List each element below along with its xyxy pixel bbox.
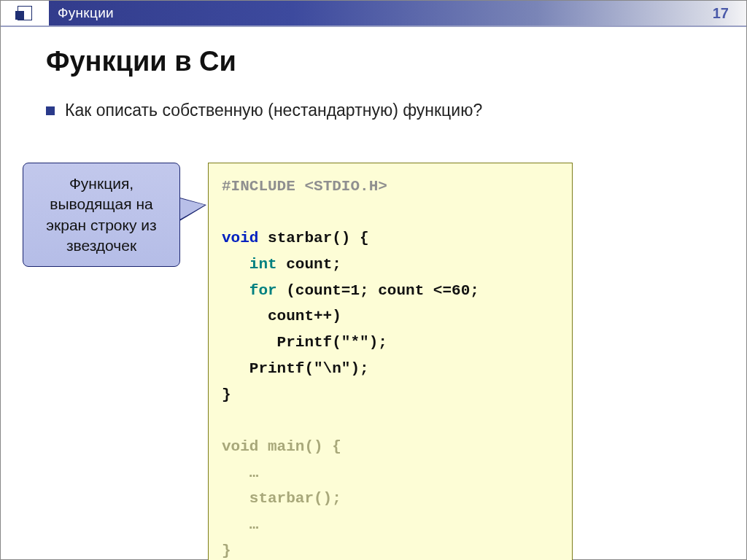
slide-header: Функции — [1, 1, 746, 26]
code-line: #INCLUDE <STDIO.H> — [222, 174, 559, 200]
slide-body: Функции в Си Как описать собственную (не… — [1, 27, 746, 120]
code-line: starbar(); — [222, 486, 559, 512]
code-line: … — [222, 460, 559, 486]
bullet-icon — [46, 106, 55, 115]
callout-text: Функция, выводящая на экран строку из зв… — [46, 175, 156, 254]
section-title: Функции — [49, 1, 746, 26]
code-line: count++) — [222, 303, 559, 330]
code-line: for (count=1; count <=60; — [222, 278, 559, 304]
code-line: } — [222, 382, 559, 408]
slide: Функции 17 Функции в Си Как описать собс… — [0, 0, 747, 560]
code-line: … — [222, 512, 559, 538]
code-line: void starbar() { — [222, 225, 559, 252]
logo-mark — [1, 1, 49, 26]
code-line — [222, 408, 559, 434]
code-line: int count; — [222, 252, 559, 278]
code-block: #INCLUDE <STDIO.H> void starbar() { int … — [208, 163, 573, 560]
callout-bubble: Функция, выводящая на экран строку из зв… — [23, 163, 180, 267]
code-line: Printf("*"); — [222, 330, 559, 356]
slide-title: Функции в Си — [46, 46, 711, 77]
code-line: void main() { — [222, 434, 559, 460]
bullet-text: Как описать собственную (нестандартную) … — [65, 101, 482, 120]
code-line — [222, 200, 559, 226]
code-line: Printf("\n"); — [222, 356, 559, 382]
bullet-item: Как описать собственную (нестандартную) … — [46, 101, 711, 120]
code-line: } — [222, 538, 559, 560]
page-number: 17 — [713, 5, 729, 22]
callout-tail — [177, 198, 205, 221]
